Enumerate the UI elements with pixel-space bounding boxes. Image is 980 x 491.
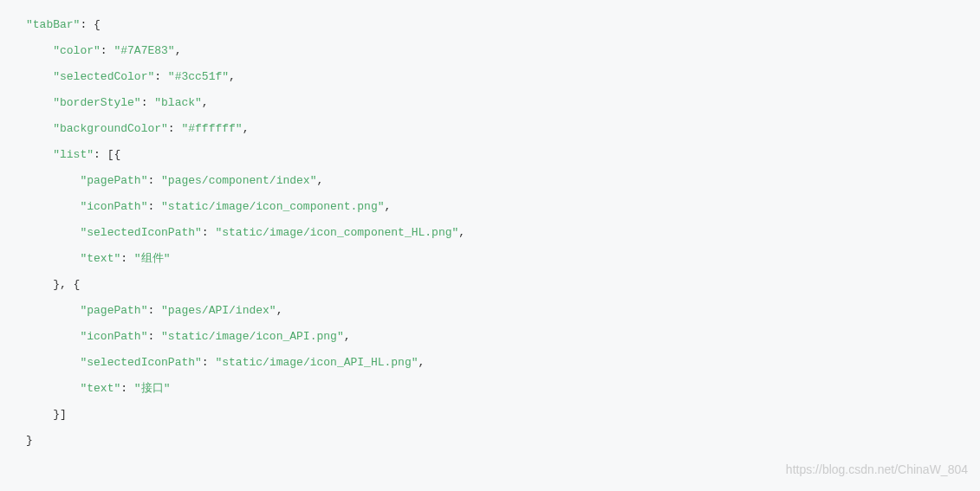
- json-punct: ,: [385, 200, 392, 213]
- json-punct: :: [168, 122, 182, 135]
- json-key: "color": [53, 44, 101, 57]
- json-punct: }]: [53, 408, 67, 421]
- json-punct: :: [147, 200, 161, 213]
- json-key: "text": [80, 382, 120, 395]
- json-punct: :: [120, 252, 134, 265]
- json-key: "list": [53, 148, 94, 161]
- json-punct: :: [154, 70, 168, 83]
- json-punct: :: [202, 226, 216, 239]
- json-punct: ,: [316, 174, 323, 187]
- json-punct: :: [101, 44, 114, 57]
- json-key: "selectedIconPath": [80, 226, 201, 239]
- json-punct: ,: [276, 304, 283, 317]
- watermark-text: https://blog.csdn.net/ChinaW_804: [786, 456, 968, 482]
- json-string: "static/image/icon_component_HL.png": [215, 226, 458, 239]
- json-key: "backgroundColor": [53, 122, 168, 135]
- json-punct: :: [141, 96, 155, 109]
- json-string: "static/image/icon_API_HL.png": [215, 356, 418, 369]
- json-key: "pagePath": [80, 304, 147, 317]
- json-punct: }: [26, 434, 33, 447]
- json-string: "static/image/icon_component.png": [161, 200, 384, 213]
- json-string: "black": [154, 96, 202, 109]
- json-punct: ,: [458, 226, 465, 239]
- json-punct: ,: [243, 122, 250, 135]
- json-string: "接口": [134, 382, 171, 395]
- json-punct: :: [147, 330, 161, 343]
- json-string: "pages/API/index": [161, 304, 276, 317]
- json-key: "tabBar": [26, 18, 80, 31]
- json-punct: : {: [80, 18, 100, 31]
- json-key: "borderStyle": [53, 96, 140, 109]
- json-string: "#3cc51f": [168, 70, 229, 83]
- json-punct: :: [202, 356, 216, 369]
- json-punct: ,: [202, 96, 209, 109]
- json-punct: :: [120, 382, 134, 395]
- json-string: "#7A7E83": [114, 44, 174, 57]
- json-key: "selectedIconPath": [80, 356, 201, 369]
- json-key: "selectedColor": [53, 70, 154, 83]
- json-string: "#ffffff": [181, 122, 242, 135]
- json-key: "text": [80, 252, 120, 265]
- json-key: "iconPath": [80, 200, 147, 213]
- json-string: "pages/component/index": [161, 174, 316, 187]
- json-string: "static/image/icon_API.png": [161, 330, 344, 343]
- json-punct: :: [147, 304, 161, 317]
- json-punct: : [{: [94, 148, 120, 161]
- json-punct: ,: [419, 356, 425, 369]
- json-punct: ,: [344, 330, 351, 343]
- json-punct: ,: [229, 70, 236, 83]
- json-punct: :: [147, 174, 161, 187]
- json-key: "iconPath": [80, 330, 147, 343]
- code-block: "tabBar": { "color": "#7A7E83", "selecte…: [26, 12, 954, 454]
- json-punct: }, {: [53, 278, 80, 291]
- json-string: "组件": [134, 252, 171, 265]
- json-key: "pagePath": [80, 174, 147, 187]
- json-punct: ,: [175, 44, 182, 57]
